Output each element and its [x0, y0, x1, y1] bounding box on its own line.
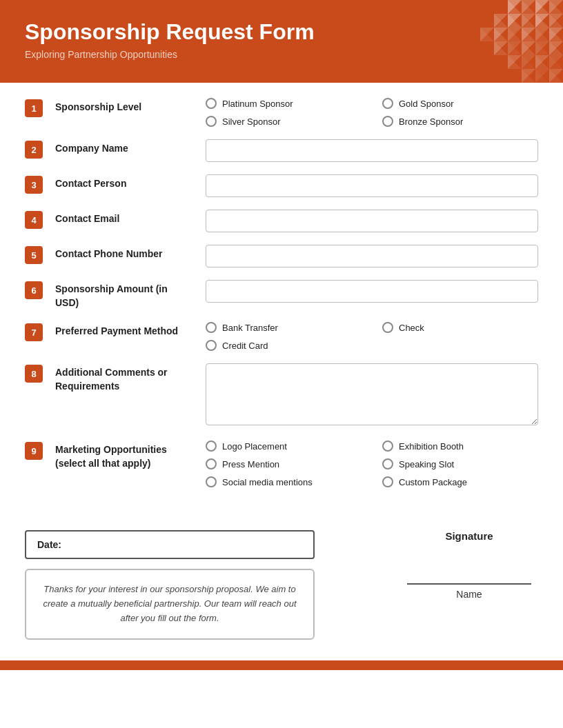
- step-badge-2: 2: [25, 141, 43, 159]
- checkbox-label-custom-package: Custom Package: [399, 477, 467, 487]
- radio-circle-platinum: [206, 98, 217, 109]
- radio-circle-silver: [206, 116, 217, 127]
- payment-method-options: Bank Transfer Check Credit Card: [206, 322, 538, 351]
- radio-check[interactable]: Check: [382, 322, 538, 333]
- step-badge-5: 5: [25, 246, 43, 264]
- label-marketing-opportunities: Marketing Opportunities (select all that…: [55, 441, 193, 470]
- step-badge-9: 9: [25, 442, 43, 460]
- checkbox-exhibition-booth[interactable]: Exhibition Booth: [382, 441, 538, 452]
- company-name-content: [206, 139, 538, 162]
- checkbox-label-speaking-slot: Speaking Slot: [399, 459, 454, 469]
- checkbox-circle-exhibition-booth: [382, 441, 393, 452]
- checkbox-logo-placement[interactable]: Logo Placement: [206, 441, 362, 452]
- radio-circle-check: [382, 322, 393, 333]
- radio-circle-credit-card: [206, 340, 217, 351]
- contact-phone-content: [206, 245, 538, 267]
- label-contact-phone: Contact Phone Number: [55, 245, 193, 261]
- radio-gold[interactable]: Gold Sponsor: [382, 98, 538, 109]
- field-contact-phone: 5 Contact Phone Number: [25, 245, 538, 267]
- label-additional-comments: Additional Comments or Requirements: [55, 363, 193, 393]
- additional-comments-textarea[interactable]: [206, 363, 538, 425]
- header-pattern: [439, 0, 563, 83]
- checkbox-press-mention[interactable]: Press Mention: [206, 458, 362, 469]
- radio-bank-transfer[interactable]: Bank Transfer: [206, 322, 362, 333]
- footer-bar: [0, 660, 563, 670]
- form-body: 1 Sponsorship Level Platinum Sponsor Gol…: [0, 83, 563, 520]
- field-additional-comments: 8 Additional Comments or Requirements: [25, 363, 538, 428]
- radio-label-credit-card: Credit Card: [222, 341, 268, 351]
- sponsorship-amount-content: [206, 280, 538, 303]
- contact-email-input[interactable]: [206, 210, 538, 232]
- step-badge-1: 1: [25, 99, 43, 117]
- field-company-name: 2 Company Name: [25, 139, 538, 162]
- radio-silver[interactable]: Silver Sponsor: [206, 116, 362, 127]
- note-box: Thanks for your interest in our sponsors…: [25, 569, 315, 639]
- checkbox-circle-logo-placement: [206, 441, 217, 452]
- date-label: Date:: [37, 539, 61, 550]
- label-sponsorship-amount: Sponsorship Amount (in USD): [55, 280, 193, 310]
- field-marketing-opportunities: 9 Marketing Opportunities (select all th…: [25, 441, 538, 487]
- form-header: Sponsorship Request Form Exploring Partn…: [0, 0, 563, 83]
- name-label: Name: [400, 589, 538, 600]
- label-contact-email: Contact Email: [55, 210, 193, 226]
- radio-label-check: Check: [399, 323, 424, 333]
- radio-circle-gold: [382, 98, 393, 109]
- contact-person-input[interactable]: [206, 174, 538, 197]
- label-payment-method: Preferred Payment Method: [55, 322, 193, 338]
- date-note-area: Date: Thanks for your interest in our sp…: [25, 530, 373, 639]
- step-badge-4: 4: [25, 211, 43, 229]
- checkbox-circle-press-mention: [206, 458, 217, 469]
- signature-area: Signature Name: [400, 530, 538, 600]
- step-badge-6: 6: [25, 281, 43, 299]
- field-contact-person: 3 Contact Person: [25, 174, 538, 197]
- radio-bronze[interactable]: Bronze Sponsor: [382, 116, 538, 127]
- checkbox-label-logo-placement: Logo Placement: [222, 441, 287, 452]
- field-sponsorship-amount: 6 Sponsorship Amount (in USD): [25, 280, 538, 310]
- bottom-section: Date: Thanks for your interest in our sp…: [0, 520, 563, 653]
- company-name-input[interactable]: [206, 139, 538, 162]
- marketing-opportunities-options: Logo Placement Exhibition Booth Press Me…: [206, 441, 538, 487]
- radio-label-bronze: Bronze Sponsor: [399, 117, 463, 127]
- step-badge-8: 8: [25, 365, 43, 383]
- radio-platinum[interactable]: Platinum Sponsor: [206, 98, 362, 109]
- field-contact-email: 4 Contact Email: [25, 210, 538, 232]
- checkbox-label-exhibition-booth: Exhibition Booth: [399, 441, 464, 452]
- checkbox-label-social-media: Social media mentions: [222, 477, 313, 487]
- checkbox-label-press-mention: Press Mention: [222, 459, 279, 469]
- contact-phone-input[interactable]: [206, 245, 538, 267]
- radio-circle-bronze: [382, 116, 393, 127]
- checkbox-speaking-slot[interactable]: Speaking Slot: [382, 458, 538, 469]
- radio-label-silver: Silver Sponsor: [222, 117, 281, 127]
- label-company-name: Company Name: [55, 139, 193, 156]
- signature-label: Signature: [400, 530, 538, 542]
- radio-label-bank-transfer: Bank Transfer: [222, 323, 278, 333]
- label-contact-person: Contact Person: [55, 174, 193, 191]
- additional-comments-content: [206, 363, 538, 428]
- step-badge-3: 3: [25, 176, 43, 194]
- signature-line: [407, 583, 531, 585]
- radio-circle-bank-transfer: [206, 322, 217, 333]
- radio-label-platinum: Platinum Sponsor: [222, 99, 293, 109]
- checkbox-circle-social-media: [206, 476, 217, 487]
- step-badge-7: 7: [25, 323, 43, 341]
- field-sponsorship-level: 1 Sponsorship Level Platinum Sponsor Gol…: [25, 98, 538, 127]
- contact-email-content: [206, 210, 538, 232]
- checkbox-circle-custom-package: [382, 476, 393, 487]
- contact-person-content: [206, 174, 538, 197]
- sponsorship-amount-input[interactable]: [206, 280, 538, 303]
- radio-credit-card[interactable]: Credit Card: [206, 340, 362, 351]
- field-payment-method: 7 Preferred Payment Method Bank Transfer…: [25, 322, 538, 351]
- checkbox-circle-speaking-slot: [382, 458, 393, 469]
- checkbox-social-media[interactable]: Social media mentions: [206, 476, 362, 487]
- sponsorship-level-options: Platinum Sponsor Gold Sponsor Silver Spo…: [206, 98, 538, 127]
- checkbox-custom-package[interactable]: Custom Package: [382, 476, 538, 487]
- note-text: Thanks for your interest in our sponsors…: [43, 584, 296, 623]
- date-box: Date:: [25, 530, 315, 559]
- label-sponsorship-level: Sponsorship Level: [55, 98, 193, 114]
- radio-label-gold: Gold Sponsor: [399, 99, 454, 109]
